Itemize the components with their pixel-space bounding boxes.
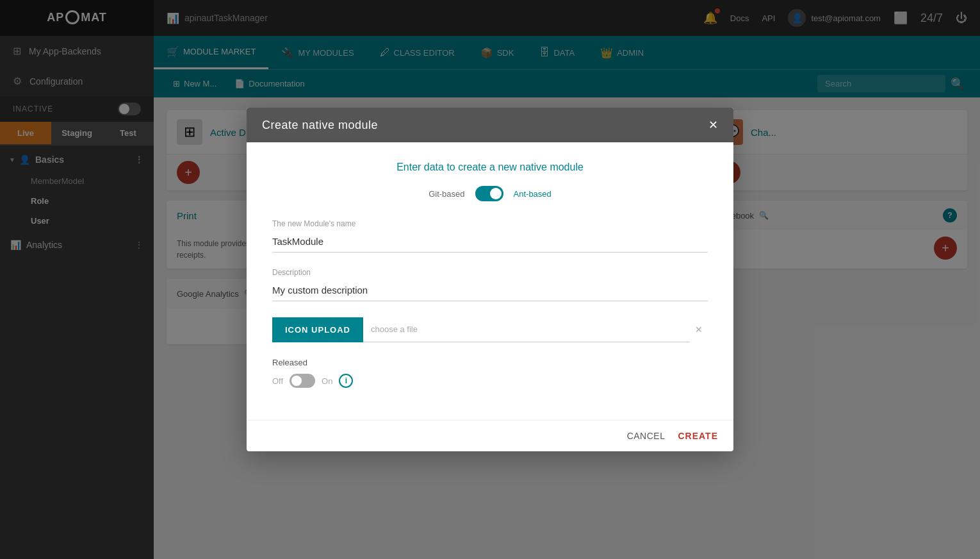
description-label: Description <box>272 268 708 277</box>
released-toggle-row: Off On i <box>272 374 708 388</box>
released-toggle-knob <box>291 376 302 386</box>
git-ant-toggle[interactable] <box>475 186 503 201</box>
modal-body: Enter data to create a new native module… <box>247 142 733 420</box>
icon-upload-button[interactable]: ICON UPLOAD <box>272 317 363 342</box>
description-input[interactable] <box>272 280 708 301</box>
file-clear-button[interactable]: ✕ <box>690 324 708 335</box>
create-button[interactable]: CREATE <box>678 431 718 441</box>
released-toggle[interactable] <box>290 374 315 388</box>
git-based-label: Git-based <box>429 189 464 199</box>
released-section: Released Off On i <box>272 358 708 388</box>
file-placeholder: choose a file <box>371 324 418 334</box>
modal-title: Create native module <box>262 119 378 132</box>
released-off-label: Off <box>272 376 283 386</box>
file-input-area: choose a file <box>363 317 690 342</box>
released-on-label: On <box>322 376 332 386</box>
modal-footer: CANCEL CREATE <box>247 420 733 451</box>
module-name-group: The new Module's name <box>272 219 708 253</box>
create-native-module-modal: Create native module ✕ Enter data to cre… <box>247 108 733 451</box>
modal-overlay: Create native module ✕ Enter data to cre… <box>0 0 980 559</box>
released-label: Released <box>272 358 708 367</box>
cancel-button[interactable]: CANCEL <box>627 431 666 441</box>
ant-based-label: Ant-based <box>514 189 551 199</box>
released-info-icon[interactable]: i <box>339 374 353 388</box>
toggle-row: Git-based Ant-based <box>272 186 708 201</box>
modal-close-button[interactable]: ✕ <box>708 118 718 132</box>
modal-subtitle: Enter data to create a new native module <box>272 162 708 173</box>
ant-toggle-knob <box>490 188 502 199</box>
module-name-input[interactable] <box>272 231 708 253</box>
modal-header: Create native module ✕ <box>247 108 733 142</box>
module-name-label: The new Module's name <box>272 219 708 228</box>
description-group: Description <box>272 268 708 301</box>
icon-upload-row: ICON UPLOAD choose a file ✕ <box>272 317 708 342</box>
